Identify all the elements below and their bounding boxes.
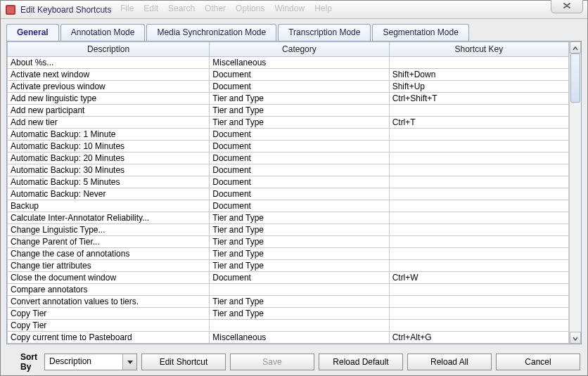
shortcuts-table-container: Description Category Shortcut Key About … <box>6 41 582 344</box>
sort-by-combo[interactable]: Description <box>44 354 137 370</box>
table-row[interactable]: Change Linguistic Type...Tier and Type <box>8 224 569 236</box>
cell-shortcut <box>389 212 568 224</box>
cell-category: Tier and Type <box>210 93 389 105</box>
table-row[interactable]: Automatic Backup: 30 MinutesDocument <box>8 164 569 176</box>
cell-shortcut <box>389 284 568 296</box>
cell-description: Change Parent of Tier... <box>8 236 210 248</box>
table-row[interactable]: Activate previous windowDocumentShift+Up <box>8 81 569 93</box>
cell-category: Tier and Type <box>210 308 389 320</box>
chevron-down-icon <box>573 333 578 343</box>
cell-category: Document <box>210 81 389 93</box>
cell-shortcut: Ctrl+W <box>389 272 568 284</box>
footer-bar: Sort By Description Edit Shortcut Save R… <box>1 349 587 375</box>
cell-description: Change Linguistic Type... <box>8 224 210 236</box>
cell-category: Tier and Type <box>210 344 389 344</box>
cell-category: Document <box>210 129 389 141</box>
cell-description: Backup <box>8 200 210 212</box>
col-shortcut-key[interactable]: Shortcut Key <box>389 42 568 57</box>
cell-category: Document <box>210 188 389 200</box>
cell-shortcut: Shift+Down <box>389 69 568 81</box>
table-row[interactable]: Compare annotators <box>8 284 569 296</box>
cell-shortcut <box>389 296 568 308</box>
scroll-down-button[interactable] <box>570 332 581 344</box>
cell-description: About %s... <box>8 57 210 69</box>
table-row[interactable]: Copy current time to PasteboardMiscellan… <box>8 332 569 344</box>
table-row[interactable]: About %s...Miscellaneous <box>8 57 569 69</box>
table-row[interactable]: Automatic Backup: 10 MinutesDocument <box>8 141 569 153</box>
reload-all-button[interactable]: Reload All <box>407 354 492 370</box>
cell-category: Tier and Type <box>210 248 389 260</box>
col-description[interactable]: Description <box>8 42 210 57</box>
table-row[interactable]: Automatic Backup: 20 MinutesDocument <box>8 153 569 164</box>
tab-segmentation-mode[interactable]: Segmentation Mode <box>372 24 468 41</box>
cell-description: Add new linguistic type <box>8 93 210 105</box>
tab-media-sync-mode[interactable]: Media Synchronization Mode <box>146 24 276 41</box>
table-row[interactable]: Copy Tier <box>8 320 569 332</box>
cell-shortcut <box>389 105 568 117</box>
cell-description: Automatic Backup: 20 Minutes <box>8 153 210 164</box>
app-icon <box>5 4 16 15</box>
table-row[interactable]: Convert annotation values to tiers.Tier … <box>8 296 569 308</box>
cell-category <box>210 320 389 332</box>
vertical-scrollbar[interactable] <box>569 41 581 344</box>
titlebar: Edit Keyboard Shortcuts File Edit Search… <box>1 1 587 19</box>
cell-category: Tier and Type <box>210 117 389 129</box>
cell-shortcut <box>389 320 568 332</box>
scroll-thumb[interactable] <box>570 53 580 103</box>
cell-category: Document <box>210 141 389 153</box>
table-row[interactable]: Automatic Backup: 1 MinuteDocument <box>8 129 569 141</box>
table-header-row: Description Category Shortcut Key <box>8 42 569 57</box>
cell-description: Automatic Backup: Never <box>8 188 210 200</box>
cell-category: Miscellaneous <box>210 332 389 344</box>
close-button[interactable] <box>551 0 583 13</box>
cell-category: Tier and Type <box>210 260 389 272</box>
table-row[interactable]: Change Parent of Tier...Tier and Type <box>8 236 569 248</box>
dialog-window: Edit Keyboard Shortcuts File Edit Search… <box>0 0 588 376</box>
cell-description: Copy Tier <box>8 320 210 332</box>
tab-transcription-mode[interactable]: Transcription Mode <box>278 24 371 41</box>
scroll-track[interactable] <box>570 53 581 332</box>
table-row[interactable]: Change the case of annotationsTier and T… <box>8 248 569 260</box>
cell-description: Activate previous window <box>8 81 210 93</box>
table-row[interactable]: Add new participantTier and Type <box>8 105 569 117</box>
cancel-button[interactable]: Cancel <box>496 354 580 370</box>
table-row[interactable]: Change tier attributesTier and Type <box>8 260 569 272</box>
tab-annotation-mode[interactable]: Annotation Mode <box>60 24 146 41</box>
tab-general[interactable]: General <box>6 24 59 41</box>
table-row[interactable]: Copy TierTier and Type <box>8 308 569 320</box>
cell-description: Calculate Inter-Annotator Reliability... <box>8 212 210 224</box>
cell-description: Automatic Backup: 1 Minute <box>8 129 210 141</box>
table-row[interactable]: Close the document windowDocumentCtrl+W <box>8 272 569 284</box>
table-row[interactable]: Add new linguistic typeTier and TypeCtrl… <box>8 93 569 105</box>
edit-shortcut-button[interactable]: Edit Shortcut <box>141 354 226 370</box>
cell-description: Close the document window <box>8 272 210 284</box>
table-row[interactable]: Add new tierTier and TypeCtrl+T <box>8 117 569 129</box>
table-row[interactable]: Create Annotations from subtractionTier … <box>8 344 569 344</box>
svg-rect-1 <box>7 6 14 13</box>
cell-shortcut <box>389 224 568 236</box>
cell-description: Compare annotators <box>8 284 210 296</box>
cell-category: Document <box>210 272 389 284</box>
cell-category: Tier and Type <box>210 236 389 248</box>
table-row[interactable]: Calculate Inter-Annotator Reliability...… <box>8 212 569 224</box>
cell-category: Tier and Type <box>210 212 389 224</box>
col-category[interactable]: Category <box>210 42 389 57</box>
table-row[interactable]: Automatic Backup: 5 MinutesDocument <box>8 176 569 188</box>
cell-category: Document <box>210 153 389 164</box>
save-button[interactable]: Save <box>230 354 314 370</box>
table-row[interactable]: BackupDocument <box>8 200 569 212</box>
cell-shortcut <box>389 308 568 320</box>
sort-by-dropdown-button[interactable] <box>122 354 136 370</box>
sort-by-label: Sort By <box>20 352 37 372</box>
table-row[interactable]: Automatic Backup: NeverDocument <box>8 188 569 200</box>
cell-description: Automatic Backup: 30 Minutes <box>8 164 210 176</box>
scroll-up-button[interactable] <box>570 41 581 53</box>
chevron-down-icon <box>127 357 133 367</box>
table-row[interactable]: Activate next windowDocumentShift+Down <box>8 69 569 81</box>
cell-shortcut <box>389 141 568 153</box>
cell-category: Document <box>210 200 389 212</box>
reload-default-button[interactable]: Reload Default <box>319 354 403 370</box>
cell-shortcut <box>389 57 568 69</box>
cell-shortcut: Shift+Up <box>389 81 568 93</box>
cell-description: Copy current time to Pasteboard <box>8 332 210 344</box>
